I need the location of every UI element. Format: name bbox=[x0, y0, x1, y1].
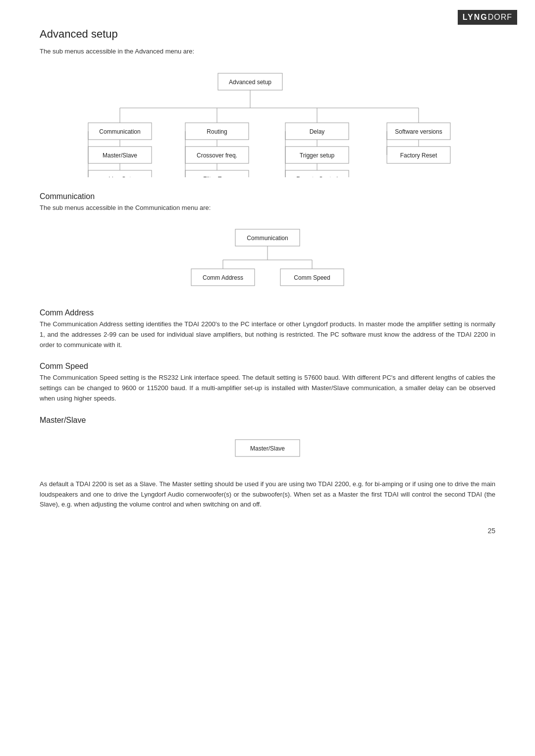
comm-speed-body: The Communication Speed setting is the R… bbox=[40, 373, 495, 403]
logo: LYNG DORF bbox=[458, 10, 517, 25]
svg-text:Communication: Communication bbox=[247, 235, 288, 242]
advanced-diagram-svg: Advanced setup Communication Master/Slav… bbox=[64, 68, 471, 177]
comm-address-title: Comm Address bbox=[40, 308, 495, 317]
logo-brand2: DORF bbox=[488, 13, 512, 22]
svg-text:Comm Speed: Comm Speed bbox=[294, 274, 330, 281]
svg-text:Trigger setup: Trigger setup bbox=[300, 152, 335, 159]
page-number: 25 bbox=[487, 527, 495, 535]
svg-text:Communication: Communication bbox=[99, 128, 140, 135]
svg-text:Advanced setup: Advanced setup bbox=[229, 79, 271, 86]
svg-text:Master/Slave: Master/Slave bbox=[250, 445, 285, 452]
communication-diagram: Communication Comm Address Comm Speed bbox=[40, 224, 495, 294]
svg-text:Master/Slave: Master/Slave bbox=[103, 152, 137, 159]
comm-address-body: The Communication Address setting identi… bbox=[40, 319, 495, 350]
comm-speed-title: Comm Speed bbox=[40, 362, 495, 371]
svg-text:Comm Address: Comm Address bbox=[203, 274, 243, 281]
master-slave-title: Master/Slave bbox=[40, 416, 495, 425]
advanced-intro: The sub menus accessible in the Advanced… bbox=[40, 47, 495, 56]
communication-title: Communication bbox=[40, 192, 495, 201]
logo-brand: LYNG bbox=[463, 13, 488, 22]
page-title: Advanced setup bbox=[40, 28, 495, 41]
svg-text:Routing: Routing bbox=[207, 128, 227, 135]
svg-text:Remote Control: Remote Control bbox=[296, 176, 338, 177]
svg-text:Delay: Delay bbox=[310, 128, 325, 135]
master-slave-body: As default a TDAI 2200 is set as a Slave… bbox=[40, 479, 495, 510]
svg-text:Line Out: Line Out bbox=[108, 176, 131, 177]
communication-diagram-svg: Communication Comm Address Comm Speed bbox=[173, 224, 362, 294]
communication-intro: The sub menus accessible in the Communic… bbox=[40, 203, 495, 213]
svg-text:Crossover freq.: Crossover freq. bbox=[197, 152, 237, 159]
master-slave-diagram-svg: Master/Slave bbox=[198, 435, 337, 464]
svg-text:Factory Reset: Factory Reset bbox=[400, 152, 437, 159]
advanced-setup-diagram: Advanced setup Communication Master/Slav… bbox=[40, 68, 495, 177]
master-slave-diagram: Master/Slave bbox=[40, 435, 495, 464]
svg-text:Software versions: Software versions bbox=[395, 128, 442, 135]
svg-text:Filter Type: Filter Type bbox=[203, 176, 231, 177]
